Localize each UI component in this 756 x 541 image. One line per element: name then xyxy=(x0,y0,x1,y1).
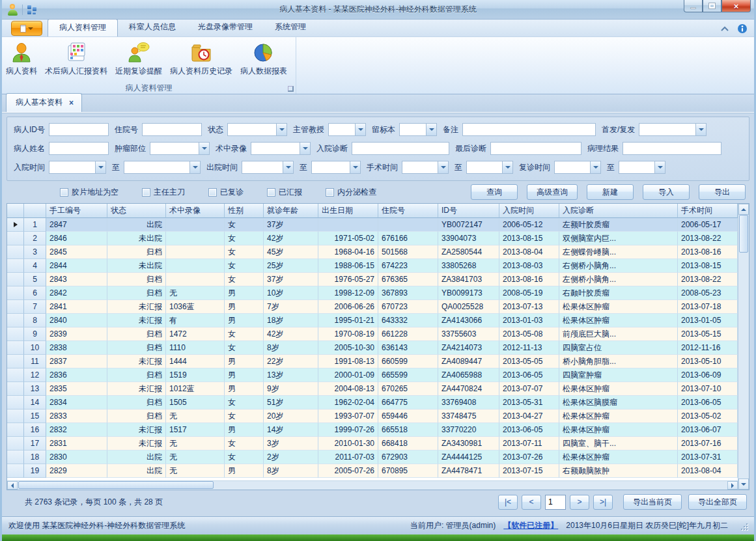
checkbox-icon[interactable] xyxy=(208,188,217,197)
table-row[interactable]: 162832未汇报1517男14岁1999-07-266655183377022… xyxy=(7,423,738,437)
filter-input-入院诊断[interactable] xyxy=(352,142,449,155)
table-row[interactable]: 92839归档1472女42岁1970-08-19661228337556032… xyxy=(7,327,738,341)
filter-combo-留标本[interactable] xyxy=(399,123,437,136)
close-tab-icon[interactable]: × xyxy=(69,100,74,106)
checkbox-icon[interactable] xyxy=(267,188,275,197)
close-button[interactable]: × xyxy=(721,0,751,12)
table-row[interactable]: 12847出院女37岁YB00721472006-05-12左额叶胶质瘤2006… xyxy=(7,218,738,232)
ribbon-button-近期复诊提醒[interactable]: 近期复诊提醒 xyxy=(111,40,166,78)
column-header-手工编号[interactable]: 手工编号 xyxy=(46,204,107,218)
filter-combo-至[interactable] xyxy=(619,161,665,174)
scroll-left-icon[interactable] xyxy=(7,481,18,490)
scroll-down-icon[interactable] xyxy=(738,479,749,490)
action-button-导入[interactable]: 导入 xyxy=(643,184,690,200)
collapse-ribbon-icon[interactable] xyxy=(720,25,729,32)
table-row[interactable]: 142834归档1505女51岁1962-02-0466477533769408… xyxy=(7,396,738,409)
info-icon[interactable] xyxy=(737,23,748,34)
table-row[interactable]: 182830出院无女2岁2011-07-03672903ZA4444125201… xyxy=(7,451,738,464)
table-row[interactable]: 192829出院无男8岁2005-07-26670895ZA4478471201… xyxy=(7,464,738,478)
filter-combo-状态[interactable] xyxy=(227,123,287,136)
resize-grip[interactable] xyxy=(740,522,748,530)
column-header-入院诊断[interactable]: 入院诊断 xyxy=(559,204,678,218)
table-row[interactable]: 52843归档女37岁1976-05-27676365ZA38417032013… xyxy=(7,273,738,286)
table-row[interactable]: 22846未出院女42岁1971-05-02676166339040732013… xyxy=(7,232,738,245)
column-header-状态[interactable]: 状态 xyxy=(107,204,166,218)
first-page-button[interactable]: |< xyxy=(498,495,518,510)
ribbon-tab-系统管理[interactable]: 系统管理 xyxy=(264,19,317,36)
table-row[interactable]: 112837未汇报1444男22岁1991-08-13660599ZA40894… xyxy=(7,355,738,368)
ribbon-button-病人资料[interactable]: 病人资料 xyxy=(2,40,41,78)
ribbon-button-病人数据报表[interactable]: 病人数据报表 xyxy=(236,40,291,78)
table-row[interactable]: 132835未汇报1012蓝男9岁2004-08-13670265ZA44708… xyxy=(7,382,738,396)
filter-combo-至[interactable] xyxy=(124,161,201,174)
prev-page-button[interactable]: < xyxy=(522,495,541,510)
filter-combo-术中录像[interactable] xyxy=(251,142,311,155)
filter-input-住院号[interactable] xyxy=(142,123,202,136)
checkbox-已复诊[interactable]: 已复诊 xyxy=(208,187,244,198)
table-row[interactable]: 152833归档无女20岁1993-07-0765944633748475201… xyxy=(7,409,738,423)
export-current-page-button[interactable]: 导出当前页 xyxy=(623,494,682,510)
checkbox-胶片地址为空[interactable]: 胶片地址为空 xyxy=(60,187,119,198)
column-header-就诊年龄[interactable]: 就诊年龄 xyxy=(264,204,318,218)
column-header-手术时间[interactable]: 手术时间 xyxy=(678,204,738,218)
vertical-scroll-thumb[interactable] xyxy=(739,215,748,253)
ribbon-tab-光盘录像带管理[interactable]: 光盘录像带管理 xyxy=(187,19,264,36)
last-page-button[interactable]: >| xyxy=(593,495,613,510)
action-button-查询[interactable]: 查询 xyxy=(471,184,518,200)
filter-combo-入院时间[interactable] xyxy=(49,161,106,174)
table-row[interactable]: 172831未汇报无女3岁2010-01-30668418ZA343098120… xyxy=(7,437,738,451)
filter-combo-肿瘤部位[interactable] xyxy=(150,142,210,155)
minimize-button[interactable] xyxy=(684,0,703,12)
filter-combo-手术时间[interactable] xyxy=(402,161,449,174)
app-menu-button[interactable] xyxy=(11,21,42,36)
chevron-down-icon[interactable] xyxy=(199,142,210,155)
action-button-导出[interactable]: 导出 xyxy=(699,184,746,200)
checkbox-icon[interactable] xyxy=(60,188,68,197)
table-row[interactable]: 42844未出院女25岁1988-06-15674223338052682013… xyxy=(7,259,738,273)
filter-input-病人ID号[interactable] xyxy=(49,123,109,136)
chevron-down-icon[interactable] xyxy=(283,161,294,174)
chevron-down-icon[interactable] xyxy=(276,123,287,136)
checkbox-内分泌检查[interactable]: 内分泌检查 xyxy=(326,187,376,198)
chevron-down-icon[interactable] xyxy=(95,161,106,174)
ribbon-tab-病人资料管理[interactable]: 病人资料管理 xyxy=(48,19,118,36)
table-row[interactable]: 62842归档无男10岁1998-12-09367893YB0099173200… xyxy=(7,286,738,300)
ribbon-tab-科室人员信息[interactable]: 科室人员信息 xyxy=(118,19,187,36)
column-header-住院号[interactable]: 住院号 xyxy=(378,204,438,218)
filter-input-病理结果[interactable] xyxy=(623,142,721,155)
checkbox-已汇报[interactable]: 已汇报 xyxy=(267,187,302,198)
chevron-down-icon[interactable] xyxy=(426,123,437,136)
column-header-术中录像[interactable]: 术中录像 xyxy=(166,204,225,218)
chevron-down-icon[interactable] xyxy=(438,161,449,174)
ribbon-button-术后病人汇报资料[interactable]: 术后病人汇报资料 xyxy=(41,40,111,78)
filter-input-最后诊断[interactable] xyxy=(490,142,581,155)
ribbon-button-病人资料历史记录[interactable]: 病人资料历史记录 xyxy=(166,40,236,78)
dialog-launcher-icon[interactable] xyxy=(288,86,294,92)
chevron-down-icon[interactable] xyxy=(654,161,665,174)
filter-combo-首发/复发[interactable] xyxy=(639,123,707,136)
export-all-pages-button[interactable]: 导出全部页 xyxy=(688,494,747,510)
table-row[interactable]: 102838归档1110女8岁2005-10-30636143ZA4214073… xyxy=(7,341,738,355)
column-header-出生日期[interactable]: 出生日期 xyxy=(318,204,378,218)
table-row[interactable]: 32845归档女45岁1968-04-16501568ZA25805442013… xyxy=(7,245,738,259)
tab-patient-basic-info[interactable]: 病人基本资料 × xyxy=(6,93,82,112)
filter-combo-出院时间[interactable] xyxy=(242,161,294,174)
chevron-down-icon[interactable] xyxy=(189,161,201,174)
filter-combo-至[interactable] xyxy=(466,161,513,174)
checkbox-主任主刀[interactable]: 主任主刀 xyxy=(142,187,185,198)
column-header-ID号[interactable]: ID号 xyxy=(438,204,499,218)
action-button-高级查询[interactable]: 高级查询 xyxy=(527,184,578,200)
column-header-性别[interactable]: 性别 xyxy=(225,204,264,218)
maximize-button[interactable] xyxy=(703,0,721,12)
filter-combo-复诊时间[interactable] xyxy=(554,161,601,174)
checkbox-icon[interactable] xyxy=(142,188,150,197)
checkbox-icon[interactable] xyxy=(326,188,334,197)
table-row[interactable]: 122836归档1519男13岁2000-01-09665599ZA406598… xyxy=(7,368,738,382)
filter-input-病人姓名[interactable] xyxy=(49,142,109,155)
chevron-down-icon[interactable] xyxy=(300,142,311,155)
scroll-up-icon[interactable] xyxy=(738,204,749,215)
action-button-新建[interactable]: 新建 xyxy=(587,184,634,200)
chevron-down-icon[interactable] xyxy=(695,123,707,136)
chevron-down-icon[interactable] xyxy=(502,161,513,174)
chevron-down-icon[interactable] xyxy=(350,161,361,174)
